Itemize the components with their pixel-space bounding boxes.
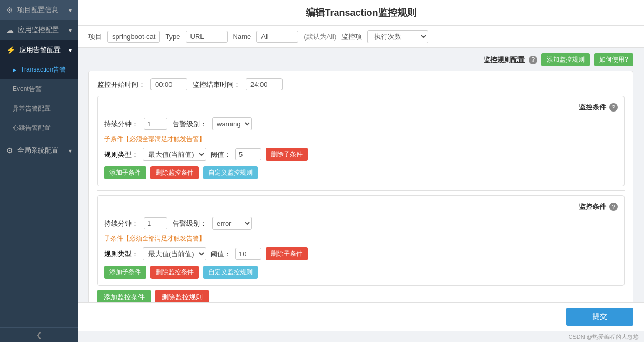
watermark: CSDN @热爱编程的大忽悠 xyxy=(78,331,644,342)
sidebar-item-label: Event告警 xyxy=(13,85,42,94)
sidebar-item-label: 项目配置信息 xyxy=(17,5,58,15)
gear-icon: ⚙ xyxy=(6,6,13,14)
start-time-input[interactable] xyxy=(150,78,187,90)
sidebar-item-app-monitor[interactable]: ☁ 应用监控配置 ▾ xyxy=(0,20,78,40)
add-sub-btn-1[interactable]: 添加子条件 xyxy=(104,166,146,179)
add-rule-button[interactable]: 添加监控规则 xyxy=(541,53,590,66)
monitor-select[interactable]: 执行次数 平均响应时间 错误次数 错误率 xyxy=(367,30,428,43)
conditions-separator xyxy=(97,190,625,191)
sidebar-item-heartbeat-alert[interactable]: 心跳告警配置 xyxy=(0,118,78,138)
monitor-condition-2: 监控条件 ? 持续分钟： 告警级别： warning error critica… xyxy=(97,195,625,286)
sidebar-item-transaction-alert[interactable]: ▶ Transaction告警 xyxy=(0,60,78,79)
how-to-use-button[interactable]: 如何使用? xyxy=(594,53,633,66)
condition-label-1: 监控条件 xyxy=(579,103,606,112)
monitor-condition-1: 监控条件 ? 持续分钟： 告警级别： warning error critica… xyxy=(97,96,625,186)
chevron-down-icon: ▾ xyxy=(69,148,72,154)
bottom-actions: 添加监控条件 删除监控规则 xyxy=(97,290,625,302)
duration-input-2[interactable] xyxy=(144,217,167,229)
main-content: 编辑Transaction监控规则 项目 springboot-cat Type… xyxy=(78,0,644,342)
condition-row-1: 持续分钟： 告警级别： warning error critical xyxy=(104,117,618,130)
sidebar-item-label: Transaction告警 xyxy=(21,65,66,74)
project-label: 项目 xyxy=(88,32,102,42)
rule-row-2: 规则类型： 最大值(当前值) 最小值(当前值) 平均值 求和 阈值： 删除子条件 xyxy=(104,247,618,260)
rule-type-select-2[interactable]: 最大值(当前值) 最小值(当前值) 平均值 求和 xyxy=(143,247,206,260)
footer: 提交 xyxy=(78,302,644,331)
sidebar-item-label: 应用告警配置 xyxy=(19,45,61,55)
submit-button[interactable]: 提交 xyxy=(566,308,633,326)
chevron-down-icon: ▾ xyxy=(69,27,72,33)
action-row-1: 添加子条件 删除监控条件 自定义监控规则 xyxy=(104,166,618,179)
custom-rule-btn-2[interactable]: 自定义监控规则 xyxy=(203,266,258,279)
level-label-2: 告警级别： xyxy=(173,219,207,228)
condition-header-2: 监控条件 ? xyxy=(104,202,618,212)
condition-label-2: 监控条件 xyxy=(579,202,606,212)
config-section-label: 监控规则配置 xyxy=(484,55,525,65)
main-card: 监控开始时间： 监控结束时间： 监控条件 ? 持续分钟： 告警级别： warni… xyxy=(88,71,633,302)
duration-input-1[interactable] xyxy=(144,118,167,130)
level-select-2[interactable]: warning error critical xyxy=(212,217,252,230)
help-icon[interactable]: ? xyxy=(529,56,537,64)
level-label-1: 告警级别： xyxy=(173,119,207,129)
end-time-input[interactable] xyxy=(246,78,283,90)
threshold-input-2[interactable] xyxy=(235,248,261,260)
type-label: Type xyxy=(165,33,180,41)
threshold-input-1[interactable] xyxy=(235,148,261,160)
rule-type-select-1[interactable]: 最大值(当前值) 最小值(当前值) 平均值 求和 xyxy=(143,148,206,161)
sidebar-divider xyxy=(0,139,78,139)
delete-sub-btn-1[interactable]: 删除子条件 xyxy=(266,148,308,161)
condition-help-icon-2[interactable]: ? xyxy=(609,203,618,211)
collapse-icon: ❮ xyxy=(36,331,42,339)
sidebar-item-event-alert[interactable]: Event告警 xyxy=(0,79,78,99)
monitor-label: 监控项 xyxy=(341,32,362,42)
page-header: 编辑Transaction监控规则 xyxy=(78,0,644,26)
chevron-down-icon: ▾ xyxy=(69,7,72,13)
type-value: URL xyxy=(186,31,228,43)
content-area: 监控规则配置 ? 添加监控规则 如何使用? 监控开始时间： 监控结束时间： 监控… xyxy=(78,48,644,302)
level-select-1[interactable]: warning error critical xyxy=(212,117,252,130)
gear-icon-2: ⚙ xyxy=(6,146,13,155)
condition-header-1: 监控条件 ? xyxy=(104,103,618,112)
toolbar-row: 项目 springboot-cat Type URL Name All (默认为… xyxy=(78,26,644,48)
name-value: All xyxy=(256,31,298,43)
page-title: 编辑Transaction监控规则 xyxy=(306,7,416,18)
sidebar-item-exception-alert[interactable]: 异常告警配置 xyxy=(0,99,78,118)
sub-condition-label-2: 子条件【必须全部满足才触发告警】 xyxy=(104,234,618,243)
sidebar-item-global-config[interactable]: ⚙ 全局系统配置 ▾ xyxy=(0,140,78,160)
rule-type-label-1: 规则类型： xyxy=(104,150,138,159)
action-row-2: 添加子条件 删除监控条件 自定义监控规则 xyxy=(104,266,618,279)
sidebar-item-label: 全局系统配置 xyxy=(17,146,58,155)
chevron-down-icon: ▾ xyxy=(69,47,72,53)
delete-rule-btn[interactable]: 删除监控规则 xyxy=(155,290,209,302)
duration-label-1: 持续分钟： xyxy=(104,119,138,129)
sidebar: ⚙ 项目配置信息 ▾ ☁ 应用监控配置 ▾ ⚡ 应用告警配置 ▾ ▶ Trans… xyxy=(0,0,78,342)
threshold-label-2: 阈值： xyxy=(210,249,231,259)
sidebar-item-label: 应用监控配置 xyxy=(18,25,59,35)
sidebar-item-app-alert[interactable]: ⚡ 应用告警配置 ▾ xyxy=(0,40,78,60)
sidebar-collapse-button[interactable]: ❮ xyxy=(0,327,78,342)
sidebar-item-project-config[interactable]: ⚙ 项目配置信息 ▾ xyxy=(0,0,78,20)
cloud-icon: ☁ xyxy=(6,26,14,34)
duration-label-2: 持续分钟： xyxy=(104,219,138,228)
custom-rule-btn-1[interactable]: 自定义监控规则 xyxy=(203,166,258,179)
rule-row-1: 规则类型： 最大值(当前值) 最小值(当前值) 平均值 求和 阈值： 删除子条件 xyxy=(104,148,618,161)
end-time-label: 监控结束时间： xyxy=(193,80,240,89)
triangle-icon: ▶ xyxy=(13,67,16,73)
delete-monitor-btn-2[interactable]: 删除监控条件 xyxy=(150,266,199,279)
name-hint: (默认为All) xyxy=(304,32,336,42)
add-sub-btn-2[interactable]: 添加子条件 xyxy=(104,266,146,279)
delete-sub-btn-2[interactable]: 删除子条件 xyxy=(266,247,308,260)
sub-condition-label-1: 子条件【必须全部满足才触发告警】 xyxy=(104,135,618,144)
time-row: 监控开始时间： 监控结束时间： xyxy=(97,78,625,90)
sidebar-item-label: 异常告警配置 xyxy=(13,104,51,113)
start-time-label: 监控开始时间： xyxy=(97,80,145,89)
condition-help-icon-1[interactable]: ? xyxy=(609,103,618,112)
add-condition-btn[interactable]: 添加监控条件 xyxy=(97,290,151,302)
threshold-label-1: 阈值： xyxy=(210,150,231,159)
project-value: springboot-cat xyxy=(107,31,160,43)
sidebar-item-label: 心跳告警配置 xyxy=(13,124,51,133)
bolt-icon: ⚡ xyxy=(6,46,15,54)
condition-row-2: 持续分钟： 告警级别： warning error critical xyxy=(104,217,618,230)
name-label: Name xyxy=(233,33,251,41)
delete-monitor-btn-1[interactable]: 删除监控条件 xyxy=(150,166,199,179)
config-header: 监控规则配置 ? 添加监控规则 如何使用? xyxy=(88,53,633,66)
